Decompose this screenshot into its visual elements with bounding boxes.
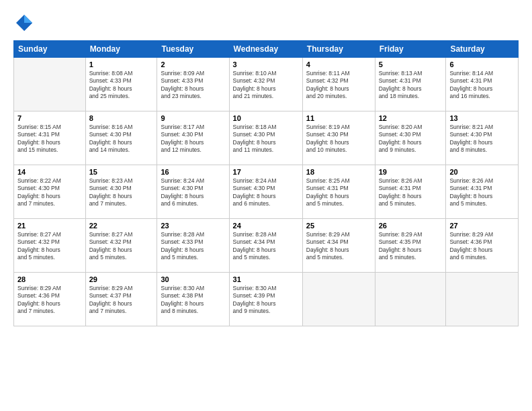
day-info: Sunrise: 8:24 AM Sunset: 4:30 PM Dayligh… bbox=[161, 177, 225, 208]
day-cell: 20Sunrise: 8:26 AM Sunset: 4:31 PM Dayli… bbox=[446, 165, 519, 219]
page: SundayMondayTuesdayWednesdayThursdayFrid… bbox=[0, 0, 532, 411]
calendar-body: 1Sunrise: 8:08 AM Sunset: 4:33 PM Daylig… bbox=[14, 58, 519, 326]
day-number: 5 bbox=[379, 60, 443, 68]
day-info: Sunrise: 8:26 AM Sunset: 4:31 PM Dayligh… bbox=[449, 177, 515, 208]
day-info: Sunrise: 8:27 AM Sunset: 4:32 PM Dayligh… bbox=[17, 231, 82, 262]
day-info: Sunrise: 8:17 AM Sunset: 4:30 PM Dayligh… bbox=[161, 124, 225, 154]
day-number: 20 bbox=[449, 168, 515, 176]
day-info: Sunrise: 8:21 AM Sunset: 4:30 PM Dayligh… bbox=[449, 124, 515, 154]
day-number: 10 bbox=[233, 114, 299, 122]
day-number: 11 bbox=[306, 114, 371, 122]
day-cell: 7Sunrise: 8:15 AM Sunset: 4:31 PM Daylig… bbox=[14, 111, 86, 165]
day-cell: 28Sunrise: 8:29 AM Sunset: 4:36 PM Dayli… bbox=[14, 273, 86, 326]
day-number: 6 bbox=[449, 60, 515, 68]
calendar-header: SundayMondayTuesdayWednesdayThursdayFrid… bbox=[14, 41, 519, 58]
day-info: Sunrise: 8:13 AM Sunset: 4:31 PM Dayligh… bbox=[379, 70, 443, 101]
weekday-header-tuesday: Tuesday bbox=[157, 41, 229, 58]
day-cell: 22Sunrise: 8:27 AM Sunset: 4:32 PM Dayli… bbox=[85, 219, 157, 273]
week-row-4: 21Sunrise: 8:27 AM Sunset: 4:32 PM Dayli… bbox=[14, 219, 519, 273]
day-cell: 1Sunrise: 8:08 AM Sunset: 4:33 PM Daylig… bbox=[85, 58, 157, 111]
day-number: 14 bbox=[17, 168, 82, 176]
day-info: Sunrise: 8:19 AM Sunset: 4:30 PM Dayligh… bbox=[306, 124, 371, 154]
day-cell: 16Sunrise: 8:24 AM Sunset: 4:30 PM Dayli… bbox=[157, 165, 229, 219]
day-cell: 26Sunrise: 8:29 AM Sunset: 4:35 PM Dayli… bbox=[375, 219, 446, 273]
day-cell bbox=[375, 273, 446, 326]
day-cell: 9Sunrise: 8:17 AM Sunset: 4:30 PM Daylig… bbox=[157, 111, 229, 165]
day-number: 1 bbox=[89, 60, 154, 68]
day-number: 3 bbox=[233, 60, 299, 68]
weekday-header-monday: Monday bbox=[85, 41, 157, 58]
day-info: Sunrise: 8:28 AM Sunset: 4:33 PM Dayligh… bbox=[161, 231, 225, 262]
day-cell: 15Sunrise: 8:23 AM Sunset: 4:30 PM Dayli… bbox=[85, 165, 157, 219]
day-info: Sunrise: 8:14 AM Sunset: 4:31 PM Dayligh… bbox=[449, 70, 515, 101]
day-number: 26 bbox=[379, 222, 443, 230]
day-number: 30 bbox=[161, 275, 225, 283]
calendar-table: SundayMondayTuesdayWednesdayThursdayFrid… bbox=[13, 40, 519, 326]
svg-marker-1 bbox=[24, 15, 32, 23]
day-cell: 10Sunrise: 8:18 AM Sunset: 4:30 PM Dayli… bbox=[229, 111, 302, 165]
day-cell: 31Sunrise: 8:30 AM Sunset: 4:39 PM Dayli… bbox=[229, 273, 302, 326]
day-number: 19 bbox=[379, 168, 443, 176]
day-number: 12 bbox=[379, 114, 443, 122]
day-info: Sunrise: 8:25 AM Sunset: 4:31 PM Dayligh… bbox=[306, 177, 371, 208]
day-info: Sunrise: 8:29 AM Sunset: 4:34 PM Dayligh… bbox=[306, 231, 371, 262]
weekday-header-thursday: Thursday bbox=[302, 41, 375, 58]
day-cell: 27Sunrise: 8:29 AM Sunset: 4:36 PM Dayli… bbox=[446, 219, 519, 273]
day-number: 18 bbox=[306, 168, 371, 176]
day-cell bbox=[302, 273, 375, 326]
day-number: 2 bbox=[161, 60, 225, 68]
day-cell: 2Sunrise: 8:09 AM Sunset: 4:33 PM Daylig… bbox=[157, 58, 229, 111]
weekday-header-wednesday: Wednesday bbox=[229, 41, 302, 58]
weekday-header-friday: Friday bbox=[375, 41, 446, 58]
day-info: Sunrise: 8:22 AM Sunset: 4:30 PM Dayligh… bbox=[17, 177, 82, 208]
week-row-5: 28Sunrise: 8:29 AM Sunset: 4:36 PM Dayli… bbox=[14, 273, 519, 326]
day-info: Sunrise: 8:16 AM Sunset: 4:30 PM Dayligh… bbox=[89, 124, 154, 154]
day-info: Sunrise: 8:26 AM Sunset: 4:31 PM Dayligh… bbox=[379, 177, 443, 208]
day-number: 24 bbox=[233, 222, 299, 230]
day-cell: 14Sunrise: 8:22 AM Sunset: 4:30 PM Dayli… bbox=[14, 165, 86, 219]
logo bbox=[13, 12, 38, 34]
day-cell: 30Sunrise: 8:30 AM Sunset: 4:38 PM Dayli… bbox=[157, 273, 229, 326]
day-cell: 3Sunrise: 8:10 AM Sunset: 4:32 PM Daylig… bbox=[229, 58, 302, 111]
logo-icon bbox=[13, 12, 35, 34]
day-number: 17 bbox=[233, 168, 299, 176]
day-info: Sunrise: 8:30 AM Sunset: 4:39 PM Dayligh… bbox=[233, 285, 299, 316]
day-number: 15 bbox=[89, 168, 154, 176]
day-cell: 19Sunrise: 8:26 AM Sunset: 4:31 PM Dayli… bbox=[375, 165, 446, 219]
day-number: 7 bbox=[17, 114, 82, 122]
day-number: 9 bbox=[161, 114, 225, 122]
weekday-header-sunday: Sunday bbox=[14, 41, 86, 58]
day-info: Sunrise: 8:29 AM Sunset: 4:36 PM Dayligh… bbox=[449, 231, 515, 262]
day-cell: 11Sunrise: 8:19 AM Sunset: 4:30 PM Dayli… bbox=[302, 111, 375, 165]
day-cell: 13Sunrise: 8:21 AM Sunset: 4:30 PM Dayli… bbox=[446, 111, 519, 165]
day-number: 8 bbox=[89, 114, 154, 122]
day-info: Sunrise: 8:15 AM Sunset: 4:31 PM Dayligh… bbox=[17, 124, 82, 154]
day-number: 23 bbox=[161, 222, 225, 230]
day-cell: 18Sunrise: 8:25 AM Sunset: 4:31 PM Dayli… bbox=[302, 165, 375, 219]
day-info: Sunrise: 8:28 AM Sunset: 4:34 PM Dayligh… bbox=[233, 231, 299, 262]
day-cell bbox=[446, 273, 519, 326]
day-number: 4 bbox=[306, 60, 371, 68]
weekday-header-saturday: Saturday bbox=[446, 41, 519, 58]
header bbox=[13, 12, 519, 34]
svg-marker-2 bbox=[24, 23, 32, 31]
week-row-2: 7Sunrise: 8:15 AM Sunset: 4:31 PM Daylig… bbox=[14, 111, 519, 165]
day-number: 31 bbox=[233, 275, 299, 283]
week-row-3: 14Sunrise: 8:22 AM Sunset: 4:30 PM Dayli… bbox=[14, 165, 519, 219]
day-info: Sunrise: 8:20 AM Sunset: 4:30 PM Dayligh… bbox=[379, 124, 443, 154]
day-number: 22 bbox=[89, 222, 154, 230]
day-info: Sunrise: 8:27 AM Sunset: 4:32 PM Dayligh… bbox=[89, 231, 154, 262]
day-cell: 25Sunrise: 8:29 AM Sunset: 4:34 PM Dayli… bbox=[302, 219, 375, 273]
day-cell bbox=[14, 58, 86, 111]
day-info: Sunrise: 8:11 AM Sunset: 4:32 PM Dayligh… bbox=[306, 70, 371, 101]
weekday-row: SundayMondayTuesdayWednesdayThursdayFrid… bbox=[14, 41, 519, 58]
day-number: 25 bbox=[306, 222, 371, 230]
day-cell: 5Sunrise: 8:13 AM Sunset: 4:31 PM Daylig… bbox=[375, 58, 446, 111]
day-number: 16 bbox=[161, 168, 225, 176]
day-info: Sunrise: 8:09 AM Sunset: 4:33 PM Dayligh… bbox=[161, 70, 225, 101]
day-info: Sunrise: 8:23 AM Sunset: 4:30 PM Dayligh… bbox=[89, 177, 154, 208]
day-info: Sunrise: 8:18 AM Sunset: 4:30 PM Dayligh… bbox=[233, 124, 299, 154]
day-number: 29 bbox=[89, 275, 154, 283]
day-cell: 12Sunrise: 8:20 AM Sunset: 4:30 PM Dayli… bbox=[375, 111, 446, 165]
day-info: Sunrise: 8:29 AM Sunset: 4:36 PM Dayligh… bbox=[17, 285, 82, 316]
